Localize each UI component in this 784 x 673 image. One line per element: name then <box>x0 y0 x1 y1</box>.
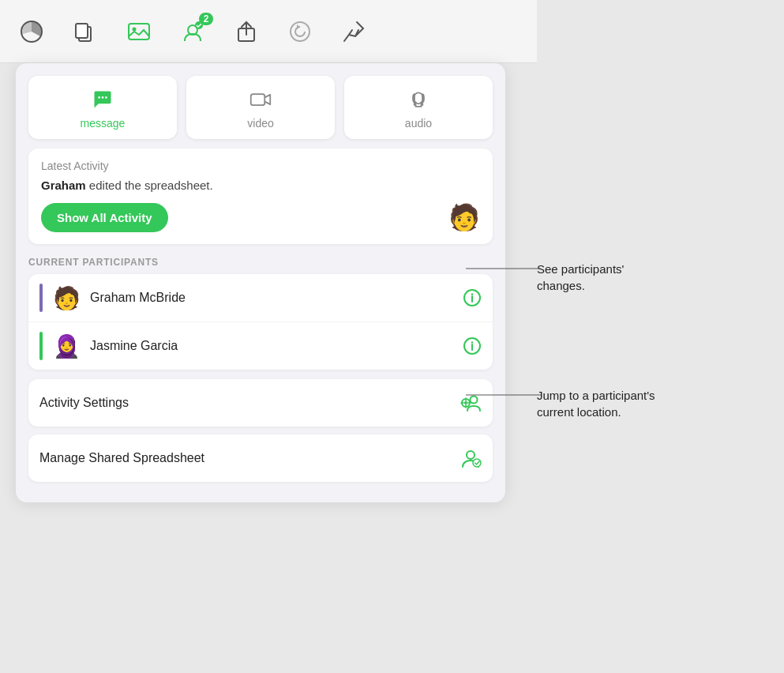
svg-rect-13 <box>415 92 423 103</box>
jasmine-name: Jasmine Garcia <box>90 339 453 353</box>
toolbar: 2 <box>0 0 537 63</box>
svg-point-28 <box>473 459 481 467</box>
graham-name: Graham McBride <box>90 291 453 305</box>
svg-point-16 <box>471 293 473 295</box>
svg-point-27 <box>467 451 475 459</box>
collaborate-badge: 2 <box>199 13 213 25</box>
graham-info-icon[interactable] <box>463 288 482 307</box>
svg-point-11 <box>105 96 107 99</box>
activity-settings-row[interactable]: Activity Settings <box>28 379 493 427</box>
audio-button[interactable]: audio <box>344 76 493 139</box>
activity-settings-section: Activity Settings <box>28 379 493 427</box>
participants-list: 🧑 Graham McBride 🧕 Jasmine Garcia <box>28 274 493 370</box>
participant-row-jasmine[interactable]: 🧕 Jasmine Garcia <box>28 322 493 370</box>
show-all-activity-button[interactable]: Show All Activity <box>41 203 168 232</box>
share-icon[interactable] <box>231 16 262 47</box>
person-check-icon <box>460 447 482 469</box>
activity-description: edited the spreadsheet. <box>86 179 213 192</box>
graham-color-bar <box>39 284 43 312</box>
message-label: message <box>81 117 126 130</box>
callout-2-line <box>466 387 592 411</box>
svg-rect-2 <box>76 24 88 38</box>
svg-point-8 <box>291 22 309 41</box>
photos-icon[interactable] <box>123 16 155 47</box>
jasmine-avatar: 🧕 <box>52 332 81 360</box>
callout-1-line <box>466 261 592 284</box>
activity-text: Graham edited the spreadsheet. <box>41 179 480 192</box>
video-button[interactable]: video <box>186 76 335 139</box>
svg-point-4 <box>133 27 137 31</box>
svg-point-10 <box>102 96 104 99</box>
activity-row: Show All Activity 🧑 <box>41 201 480 233</box>
comm-section: message video audio <box>16 63 505 149</box>
chart-icon[interactable] <box>16 16 47 47</box>
latest-activity-section: Latest Activity Graham edited the spread… <box>28 149 493 244</box>
participants-section-label: CURRENT PARTICIPANTS <box>16 254 505 274</box>
participant-row-graham[interactable]: 🧑 Graham McBride <box>28 274 493 322</box>
manage-shared-row[interactable]: Manage Shared Spreadsheet <box>28 434 493 482</box>
jasmine-info-icon[interactable] <box>463 336 482 355</box>
activity-settings-label: Activity Settings <box>39 396 129 410</box>
activity-avatar: 🧑 <box>448 201 480 233</box>
svg-rect-12 <box>251 94 265 105</box>
svg-point-19 <box>471 341 473 343</box>
graham-avatar: 🧑 <box>52 284 81 312</box>
pin-icon[interactable] <box>338 16 369 47</box>
audio-label: audio <box>405 117 432 130</box>
collaborate-icon[interactable]: 2 <box>177 16 208 47</box>
undo-icon[interactable] <box>284 16 316 47</box>
svg-point-9 <box>98 96 100 99</box>
collaboration-panel: message video audio Latest Activity Grah… <box>16 63 505 502</box>
message-button[interactable]: message <box>28 76 177 139</box>
activity-author: Graham <box>41 179 86 192</box>
video-label: video <box>247 117 273 130</box>
manage-shared-section: Manage Shared Spreadsheet <box>28 434 493 482</box>
svg-rect-3 <box>129 24 149 39</box>
manage-shared-label: Manage Shared Spreadsheet <box>39 451 204 465</box>
latest-activity-title: Latest Activity <box>41 160 480 172</box>
jasmine-color-bar <box>39 332 43 360</box>
copy-icon[interactable] <box>69 16 101 47</box>
